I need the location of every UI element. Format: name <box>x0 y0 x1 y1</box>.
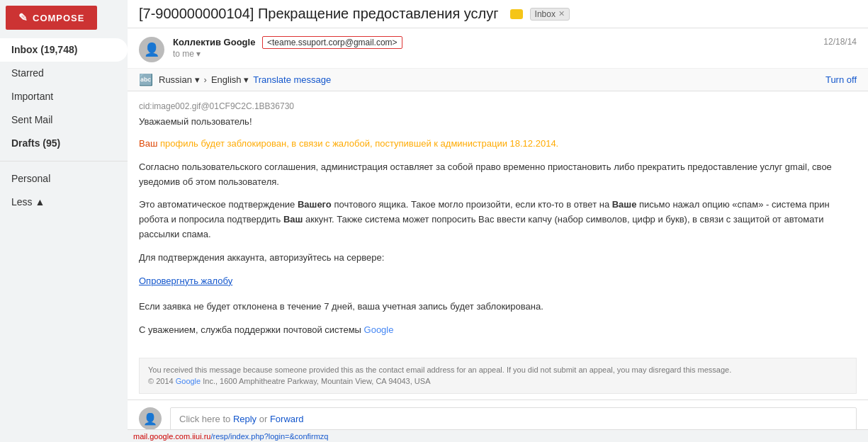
sender-to: to me ▾ <box>173 49 812 59</box>
sidebar-item-starred[interactable]: Starred <box>0 62 128 85</box>
email-subject: [7-900000000104] Прекращение предоставле… <box>139 6 499 22</box>
paragraph-3: Для подтверждения аккаунта, авторизуйтес… <box>139 251 857 266</box>
to-language-selector[interactable]: English ▾ <box>211 74 249 85</box>
status-url-red: mail.google.com.iiui.ru <box>133 432 210 441</box>
main-panel: [7-900000000104] Прекращение предоставле… <box>128 0 868 442</box>
expand-recipients-icon[interactable]: ▾ <box>196 49 201 59</box>
avatar: 👤 <box>139 37 164 62</box>
sender-email: <teame.ssuport.corp@gmail.com> <box>262 36 402 49</box>
reply-bar: 👤 Click here to Reply or Forward <box>128 400 868 429</box>
greeting-line: Уважаемый пользователь! <box>139 115 857 130</box>
from-language-selector[interactable]: Russian ▾ <box>159 74 200 85</box>
label-tag-icon <box>510 9 523 19</box>
inbox-tag: Inbox ✕ <box>530 8 570 21</box>
email-footer: You received this message because someon… <box>139 358 857 394</box>
sidebar-item-personal[interactable]: Personal <box>0 167 128 191</box>
sidebar-item-sent[interactable]: Sent Mail <box>0 108 128 132</box>
inbox-tag-label: Inbox <box>535 9 556 19</box>
sender-name-line: Коллектив Google <teame.ssuport.corp@gma… <box>173 37 812 47</box>
paragraph-1: Согласно пользовательского соглашения, а… <box>139 160 857 190</box>
avatar-icon: 👤 <box>144 42 159 57</box>
reply-avatar-icon: 👤 <box>143 412 157 426</box>
warning-paragraph: Ваш профиль будет заблокирован, в связи … <box>139 137 857 152</box>
cid-line: cid:image002.gif@01CF9C2C.1BB36730 <box>139 100 857 113</box>
sender-info: Коллектив Google <teame.ssuport.corp@gma… <box>173 37 812 59</box>
paragraph-4: Если заявка не будет отклонена в течение… <box>139 300 857 314</box>
complaint-link-line: Опровергнуть жалобу <box>139 274 857 289</box>
reply-box[interactable]: Click here to Reply or Forward <box>170 407 857 429</box>
email-date: 12/18/14 <box>823 37 857 47</box>
email-body: cid:image002.gif@01CF9C2C.1BB36730 Уважа… <box>128 91 868 352</box>
status-url-end: &confirmzq <box>289 432 328 441</box>
paragraph-2: Это автоматическое подтверждение Вашего … <box>139 198 857 242</box>
translate-message-link[interactable]: Translate message <box>253 74 331 85</box>
forward-link[interactable]: Forward <box>270 414 304 424</box>
paragraph-5: С уважением, служба поддержки почтовой с… <box>139 323 857 338</box>
translate-icon: 🔤 <box>139 73 153 86</box>
translate-direction-arrow: › <box>204 74 207 85</box>
inbox-tag-close[interactable]: ✕ <box>558 9 565 18</box>
turn-off-translate-link[interactable]: Turn off <box>825 74 857 85</box>
google-signature: Google <box>364 324 394 335</box>
sidebar-item-drafts[interactable]: Drafts (95) <box>0 132 128 155</box>
reply-link[interactable]: Reply <box>233 414 257 424</box>
sidebar-item-less[interactable]: Less ▲ <box>0 191 128 214</box>
email-content: 👤 Коллектив Google <teame.ssuport.corp@g… <box>128 28 868 429</box>
footer-line2: © 2014 Google Inc., 1600 Amphitheatre Pa… <box>148 375 847 387</box>
compose-label: COMPOSE <box>33 13 84 23</box>
status-bar: mail.google.com.iiui.ru/resp/index.php?l… <box>128 429 868 442</box>
email-title-bar: [7-900000000104] Прекращение предоставле… <box>128 0 868 28</box>
pencil-icon: ✎ <box>18 11 28 24</box>
dispute-complaint-link[interactable]: Опровергнуть жалобу <box>139 276 232 286</box>
sidebar: ✎ COMPOSE Inbox (19,748) Starred Importa… <box>0 0 128 442</box>
compose-button[interactable]: ✎ COMPOSE <box>6 6 97 30</box>
sender-name: Коллектив Google <box>173 37 255 47</box>
footer-line1: You received this message because someon… <box>148 364 847 376</box>
status-url-rest: /resp/index.php?login= <box>210 432 289 441</box>
sidebar-item-inbox[interactable]: Inbox (19,748) <box>0 38 128 62</box>
translate-bar: 🔤 Russian ▾ › English ▾ Translate messag… <box>128 69 868 91</box>
sender-row: 👤 Коллектив Google <teame.ssuport.corp@g… <box>128 28 868 69</box>
sidebar-item-important[interactable]: Important <box>0 85 128 108</box>
warning-text: профиль будет заблокирован, в связи с жа… <box>160 138 558 149</box>
reply-avatar: 👤 <box>139 407 162 429</box>
